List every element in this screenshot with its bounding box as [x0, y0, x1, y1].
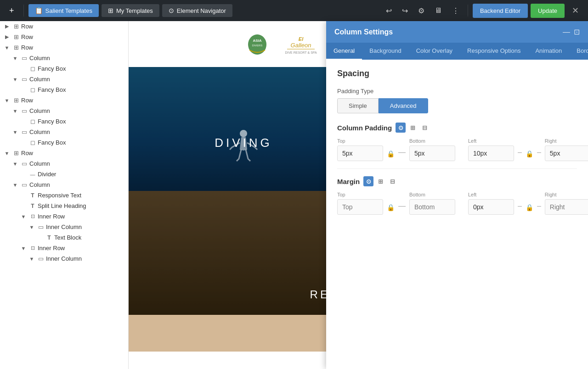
lock-top-bottom-icon[interactable]: 🔒 [387, 150, 395, 161]
fancybox-label: Fancy Box [38, 86, 128, 93]
tab-general[interactable]: General [326, 43, 362, 60]
tree-row-3[interactable]: ▼ ⊞ Row [0, 42, 128, 53]
tree-row-1[interactable]: ▶ ⊞ Row [0, 21, 128, 32]
expand-icon: ▼ [3, 45, 11, 50]
margin-right-field: Right [545, 192, 588, 215]
element-navigator-button[interactable]: ⊙ Element Navigator [162, 4, 232, 17]
diving-section: DIVING [129, 67, 358, 191]
padding-right-input[interactable] [545, 145, 588, 161]
margin-top-input[interactable] [337, 199, 383, 215]
tree-inner-row-2[interactable]: ▼ ⊡ Inner Row [0, 243, 128, 253]
backend-editor-button[interactable]: Backend Editor [473, 4, 528, 18]
col-padding-row: Top 🔒 — Bottom Left – 🔒 – Right [337, 138, 577, 161]
add-element-button[interactable]: + [5, 3, 19, 18]
panel-tabs: General Background Color Overlay Respons… [326, 43, 588, 60]
margin-lock-tb-icon[interactable]: 🔒 [387, 204, 395, 215]
tree-col-5[interactable]: ▼ ▭ Column [0, 158, 128, 169]
tree-divider-1[interactable]: — Divider [0, 169, 128, 179]
split-heading-label: Split Line Heading [38, 202, 128, 209]
inner-col-icon: ▭ [36, 255, 46, 262]
tree-text-block-1[interactable]: T Text Block [0, 232, 128, 243]
margin-lock-lr-icon[interactable]: 🔒 [526, 204, 533, 215]
link-all-icon[interactable]: ⊙ [396, 123, 406, 133]
expand-icon: ▼ [11, 161, 19, 167]
svg-text:Galleon: Galleon [291, 42, 311, 49]
margin-dash-2: – [518, 202, 522, 215]
expand-icon: ▼ [19, 246, 28, 251]
tree-inner-col-1[interactable]: ▼ ▭ Inner Column [0, 222, 128, 232]
margin-row: Top 🔒 — Bottom Left – 🔒 – Right [337, 192, 577, 215]
tree-inner-col-2[interactable]: ▼ ▭ Inner Column [0, 253, 128, 264]
tab-animation[interactable]: Animation [528, 43, 569, 60]
expand-icon: ▼ [11, 129, 19, 135]
tree-col-2[interactable]: ▼ ▭ Column [0, 74, 128, 84]
panel-header-icons: — ⊡ [563, 28, 580, 36]
panel-expand-button[interactable]: ⊡ [574, 28, 580, 36]
margin-dash-1: — [398, 202, 406, 215]
padding-bottom-input[interactable] [409, 145, 455, 161]
tree-fancybox-3[interactable]: ◻ Fancy Box [0, 116, 128, 127]
expand-icon: ▼ [19, 214, 28, 219]
margin-link-all-icon[interactable]: ⊙ [363, 176, 373, 186]
my-templates-button[interactable]: ⊞ My Templates [102, 4, 159, 17]
padding-type-row: Simple Advanced [337, 98, 577, 113]
fancybox-label: Fancy Box [38, 118, 128, 125]
dash-separator-3: – [537, 148, 541, 161]
inner-row-icon: ⊡ [28, 213, 38, 219]
tree-fancybox-2[interactable]: ◻ Fancy Box [0, 84, 128, 95]
expand-icon: ▼ [28, 224, 36, 230]
row-icon: ⊞ [11, 150, 21, 157]
margin-dash-3: – [537, 202, 541, 215]
undo-button[interactable]: ↩ [382, 4, 396, 18]
margin-right-input[interactable] [545, 199, 588, 215]
margin-link-horiz-icon[interactable]: ⊞ [375, 176, 385, 186]
dash-separator: — [398, 148, 406, 161]
tree-split-heading-1[interactable]: T Split Line Heading [0, 201, 128, 211]
tab-color-overlay[interactable]: Color Overlay [409, 43, 460, 60]
advanced-padding-button[interactable]: Advanced [379, 98, 428, 113]
tree-fancybox-4[interactable]: ◻ Fancy Box [0, 137, 128, 148]
tree-col-3[interactable]: ▼ ▭ Column [0, 106, 128, 116]
svg-text:El: El [299, 36, 304, 42]
padding-top-input[interactable] [337, 145, 383, 161]
panel-minimize-button[interactable]: — [563, 28, 570, 36]
margin-bottom-input[interactable] [409, 199, 455, 215]
close-button[interactable]: ✕ [567, 2, 583, 19]
tree-row-5[interactable]: ▼ ⊞ Row [0, 148, 128, 158]
margin-left-input[interactable] [468, 199, 514, 215]
my-templates-label: My Templates [116, 7, 153, 14]
link-icons: ⊙ ⊞ ⊟ [396, 123, 430, 133]
tree-col-1[interactable]: ▼ ▭ Column [0, 53, 128, 63]
tree-row-2[interactable]: ▶ ⊞ Row [0, 32, 128, 42]
settings-button[interactable]: ⚙ [414, 4, 428, 18]
tree-fancybox-1[interactable]: ◻ Fancy Box [0, 63, 128, 74]
padding-left-input[interactable] [468, 145, 514, 161]
tree-resp-text-1[interactable]: T Responsive Text [0, 190, 128, 201]
margin-top-label: Top [337, 192, 383, 197]
link-horizontal-icon[interactable]: ⊞ [407, 123, 418, 133]
update-button[interactable]: Update [531, 4, 565, 18]
diving-label: DIVING [215, 136, 272, 150]
tab-background[interactable]: Background [362, 43, 408, 60]
asia-divers-svg: ASIA DIVERS [246, 32, 269, 57]
link-none-icon[interactable]: ⊟ [419, 123, 430, 133]
salient-templates-button[interactable]: 📋 Salient Templates [28, 4, 99, 17]
tree-col-6[interactable]: ▼ ▭ Column [0, 179, 128, 190]
tree-row-4[interactable]: ▼ ⊞ Row [0, 95, 128, 106]
preview-button[interactable]: 🖥 [431, 4, 446, 17]
tab-responsive-options[interactable]: Responsive Options [460, 43, 528, 60]
padding-bottom-label: Bottom [409, 138, 455, 144]
divider-icon: — [28, 172, 38, 177]
lock-left-right-icon[interactable]: 🔒 [526, 150, 533, 161]
tree-inner-row-1[interactable]: ▼ ⊡ Inner Row [0, 211, 128, 222]
tree-col-4[interactable]: ▼ ▭ Column [0, 127, 128, 137]
spacing-section-title: Spacing [337, 69, 577, 78]
tab-border[interactable]: Border [569, 43, 588, 60]
simple-padding-button[interactable]: Simple [337, 98, 379, 113]
inner-col-label: Inner Column [46, 255, 128, 262]
more-options-button[interactable]: ⋮ [448, 4, 463, 18]
margin-link-none-icon[interactable]: ⊟ [387, 176, 397, 186]
fancybox-label: Fancy Box [38, 139, 128, 146]
redo-button[interactable]: ↪ [398, 4, 412, 18]
column-settings-panel: Column Settings — ⊡ General Background C… [326, 21, 588, 369]
